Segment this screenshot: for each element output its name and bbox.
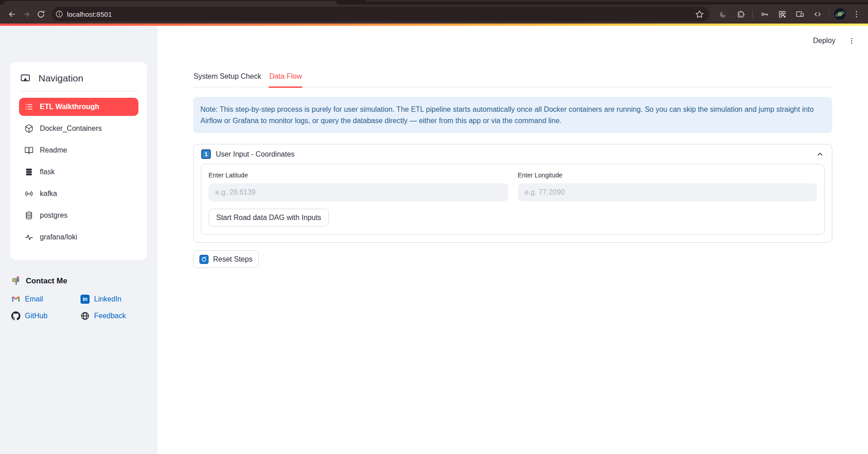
reset-icon <box>199 255 209 264</box>
latitude-input[interactable] <box>209 183 508 201</box>
longitude-input[interactable] <box>518 183 817 201</box>
tab-bar: System Setup Check Data Flow <box>193 72 832 87</box>
navigation-card: Navigation ETL Walkthrough Docker_Contai… <box>10 62 147 260</box>
sidebar-item-grafana-loki[interactable]: grafana/loki <box>19 228 138 246</box>
qr-grid-icon[interactable] <box>775 7 789 21</box>
cube-icon <box>24 124 33 133</box>
contact-title: Contact Me <box>26 277 67 286</box>
start-dag-button[interactable]: Start Road data DAG with Inputs <box>209 209 329 226</box>
browser-toolbar: localhost:8501 <box>0 5 868 24</box>
app-menu-icon[interactable] <box>848 37 856 45</box>
broadcast-icon <box>24 189 33 198</box>
browser-tabstrip <box>0 0 868 5</box>
browser-menu-icon[interactable] <box>849 7 863 21</box>
contact-link-label: LinkedIn <box>94 295 122 303</box>
linkedin-icon: in <box>81 295 90 304</box>
github-link[interactable]: GitHub <box>11 311 81 320</box>
globe-icon <box>81 311 90 320</box>
longitude-label: Enter Longitude <box>518 172 817 179</box>
contact-header: Contact Me <box>11 276 148 286</box>
browser-extensions-area <box>716 7 863 21</box>
url-text[interactable]: localhost:8501 <box>67 10 692 18</box>
navigation-header: Navigation <box>19 71 138 91</box>
toolbar-separator <box>752 10 753 18</box>
email-link[interactable]: Email <box>11 295 81 304</box>
tab-data-flow[interactable]: Data Flow <box>269 72 302 88</box>
moon-extension-icon[interactable] <box>716 7 730 21</box>
sidebar-item-label: postgres <box>40 211 67 220</box>
database-icon <box>24 211 33 220</box>
sidebar-item-docker-containers[interactable]: Docker_Containers <box>19 119 138 138</box>
stack-icon <box>24 167 33 177</box>
sidebar-item-label: Readme <box>40 146 67 154</box>
user-input-expander: 1 User Input - Coordinates Enter Latitud… <box>193 144 832 243</box>
back-icon[interactable] <box>5 7 19 21</box>
sidebar-item-label: kafka <box>40 190 57 198</box>
latitude-field-group: Enter Latitude <box>209 172 508 201</box>
sidebar-item-label: Docker_Containers <box>40 124 102 133</box>
info-note: Note: This step-by-step process is purel… <box>193 97 832 133</box>
sidebar: Navigation ETL Walkthrough Docker_Contai… <box>0 26 157 454</box>
extensions-puzzle-icon[interactable] <box>733 7 748 21</box>
sidebar-item-postgres[interactable]: postgres <box>19 206 138 225</box>
browser-active-tab[interactable] <box>4 1 337 5</box>
toolbar-separator <box>829 10 830 18</box>
contact-link-label: Feedback <box>94 312 126 320</box>
latitude-label: Enter Latitude <box>209 172 508 179</box>
sidebar-item-readme[interactable]: Readme <box>19 141 138 159</box>
linkedin-link[interactable]: in LinkedIn <box>81 295 148 304</box>
github-icon <box>11 311 20 320</box>
app-header: Deploy <box>813 37 856 45</box>
bookmark-star-icon[interactable] <box>692 7 707 21</box>
sidebar-item-etl-walkthrough[interactable]: ETL Walkthrough <box>19 98 138 116</box>
book-icon <box>24 146 33 155</box>
sidebar-item-label: grafana/loki <box>40 233 77 241</box>
pulse-icon <box>24 233 33 242</box>
mailbox-icon <box>11 276 21 286</box>
passwords-key-icon[interactable] <box>757 7 772 21</box>
feedback-link[interactable]: Feedback <box>81 311 148 320</box>
sidebar-item-flask[interactable]: flask <box>19 163 138 181</box>
sidebar-item-label: flask <box>40 168 55 176</box>
gmail-icon <box>11 295 20 304</box>
expander-header[interactable]: 1 User Input - Coordinates <box>194 144 832 163</box>
contact-section: Contact Me Email in LinkedIn GitHub Feed <box>11 276 148 320</box>
sidebar-item-kafka[interactable]: kafka <box>19 185 138 203</box>
tabstrip-decor <box>365 0 868 2</box>
code-icon[interactable] <box>810 7 825 21</box>
profile-avatar[interactable] <box>834 8 846 20</box>
tab-system-setup-check[interactable]: System Setup Check <box>193 72 261 88</box>
expander-title: User Input - Coordinates <box>216 150 294 158</box>
coordinates-form: Enter Latitude Enter Longitude Start Roa… <box>201 164 825 235</box>
reset-steps-button[interactable]: Reset Steps <box>193 250 259 268</box>
reload-icon[interactable] <box>33 7 48 21</box>
chevron-up-icon[interactable] <box>816 150 824 158</box>
longitude-field-group: Enter Longitude <box>518 172 817 201</box>
reset-steps-label: Reset Steps <box>213 255 252 263</box>
screen-icon <box>20 73 31 84</box>
page-content: System Setup Check Data Flow Note: This … <box>193 72 832 268</box>
forward-icon[interactable] <box>19 7 33 21</box>
contact-link-label: GitHub <box>25 312 47 320</box>
devices-icon[interactable] <box>792 7 807 21</box>
list-icon <box>24 102 33 111</box>
sidebar-item-label: ETL Walkthrough <box>40 103 100 111</box>
address-bar[interactable]: localhost:8501 <box>52 7 709 21</box>
keycap-one-icon: 1 <box>201 149 211 159</box>
main-area: Deploy System Setup Check Data Flow Note… <box>157 26 868 454</box>
contact-link-label: Email <box>25 295 43 303</box>
navigation-title: Navigation <box>38 73 83 84</box>
deploy-button[interactable]: Deploy <box>813 37 835 45</box>
site-info-icon[interactable] <box>55 10 63 18</box>
